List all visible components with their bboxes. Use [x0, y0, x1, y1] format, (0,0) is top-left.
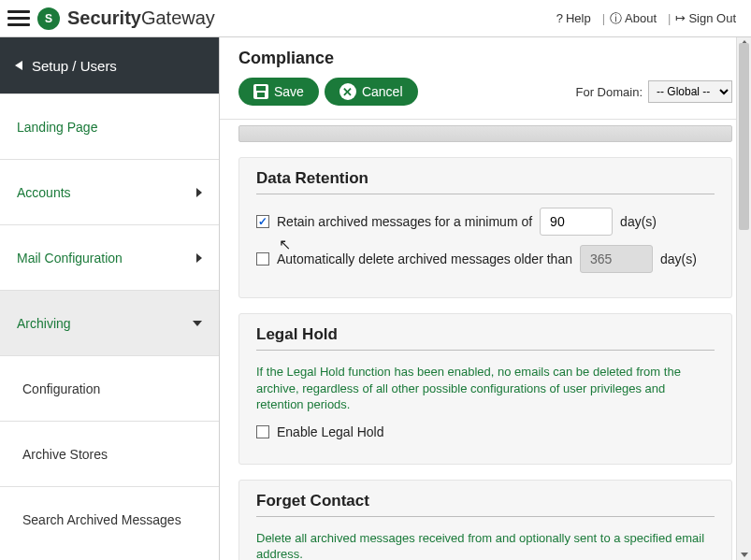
save-button[interactable]: Save [238, 78, 319, 106]
scroll-thumb[interactable] [739, 43, 749, 230]
topbar: S SecurityGateway ? Help | ⓘ About | ↦ S… [0, 0, 751, 37]
chevron-down-icon [193, 321, 202, 326]
sidebar-item-mailconfig[interactable]: Mail Configuration [0, 224, 219, 290]
sidebar-sub-configuration[interactable]: Configuration [0, 355, 219, 421]
autodelete-unit: day(s) [660, 251, 697, 266]
back-icon [15, 61, 22, 70]
info-icon: ⓘ [610, 10, 622, 27]
signout-link[interactable]: | ↦ Sign Out [664, 11, 740, 25]
legal-hold-panel: Legal Hold If the Legal Hold function ha… [238, 313, 732, 465]
chevron-right-icon [196, 188, 202, 197]
scroll-down-icon [741, 553, 748, 557]
signout-icon: ↦ [675, 11, 686, 25]
page-title: Compliance [238, 49, 732, 68]
save-icon [253, 84, 268, 99]
main: Compliance Save ✕ Cancel For Domain: -- [220, 37, 751, 560]
retain-checkbox[interactable] [256, 215, 269, 228]
legal-hold-label: Enable Legal Hold [277, 424, 383, 439]
forget-desc: Delete all archived messages received fr… [256, 530, 715, 560]
menu-toggle[interactable] [7, 7, 30, 30]
cancel-icon: ✕ [339, 83, 356, 100]
help-link[interactable]: ? Help [553, 11, 595, 25]
autodelete-days-input [580, 245, 653, 273]
legal-hold-desc: If the Legal Hold function has been enab… [256, 364, 715, 413]
retain-label: Retain archived messages for a minimum o… [277, 214, 532, 229]
autodelete-checkbox[interactable] [256, 252, 269, 266]
forget-contact-panel: Forget Contact Delete all archived messa… [238, 480, 732, 560]
logo-icon: S [37, 7, 60, 30]
breadcrumb[interactable]: Setup / Users [0, 37, 219, 93]
section-heading: Data Retention [256, 169, 715, 194]
sidebar-item-accounts[interactable]: Accounts [0, 159, 219, 224]
chevron-right-icon [196, 253, 202, 263]
section-heading: Legal Hold [256, 325, 715, 351]
sidebar-sub-search[interactable]: Search Archived Messages [0, 486, 219, 552]
brand: SecurityGateway [67, 7, 215, 29]
data-retention-panel: Data Retention Retain archived messages … [238, 157, 732, 298]
about-link[interactable]: | ⓘ About [599, 10, 660, 27]
sidebar-sub-stores[interactable]: Archive Stores [0, 421, 219, 486]
section-heading: Forget Contact [256, 492, 715, 517]
scrollbar[interactable] [736, 37, 751, 560]
sidebar-item-landing[interactable]: Landing Page [0, 93, 219, 159]
legal-hold-checkbox[interactable] [256, 425, 269, 438]
domain-select[interactable]: -- Global -- [648, 80, 732, 103]
retain-days-input[interactable] [540, 208, 613, 236]
cancel-button[interactable]: ✕ Cancel [325, 78, 418, 106]
sidebar-item-archiving[interactable]: Archiving [0, 290, 219, 355]
sidebar: Setup / Users Landing Page Accounts Mail… [0, 37, 220, 560]
retain-unit: day(s) [620, 214, 657, 229]
autodelete-label: Automatically delete archived messages o… [277, 251, 572, 266]
content-scroll[interactable]: Data Retention Retain archived messages … [220, 120, 751, 560]
help-icon: ? [556, 11, 563, 25]
collapsed-panel [238, 125, 732, 142]
domain-label: For Domain: [575, 85, 643, 99]
